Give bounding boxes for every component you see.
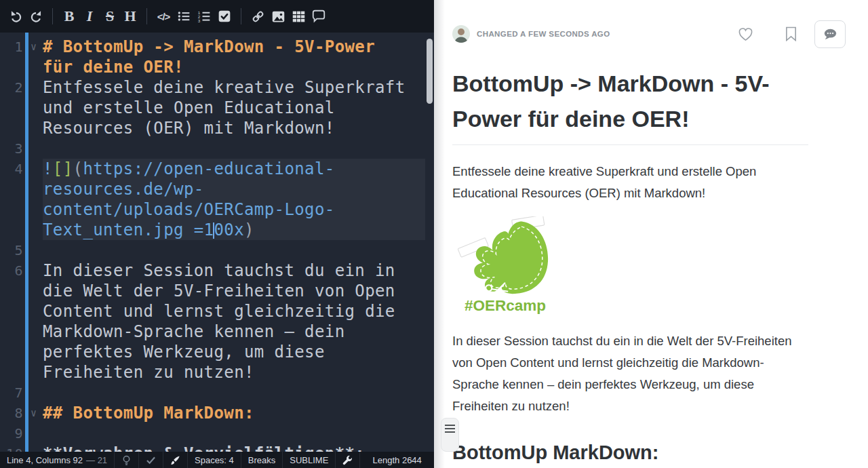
- code-row[interactable]: **Verwahren & Vervielfältigen**:: [43, 444, 425, 452]
- code-line[interactable]: 2Entfessele deine kreative Superkraftund…: [0, 77, 434, 138]
- code-row[interactable]: resources.de/wp-: [43, 179, 425, 199]
- fold-chevron-icon[interactable]: ∨: [31, 403, 37, 423]
- code-line[interactable]: 10**Verwahren & Vervielfältigen**:: [0, 444, 434, 452]
- code-row[interactable]: [43, 138, 425, 159]
- code-line[interactable]: 5: [0, 240, 434, 260]
- line-gutter: 1∨: [0, 37, 43, 77]
- code-row[interactable]: ![](https://open-educational-: [43, 159, 425, 179]
- preview-header: Changed a few seconds ago: [452, 24, 849, 43]
- code-token: und erstelle Open Educational: [43, 98, 335, 117]
- toc-toggle-button[interactable]: [441, 418, 459, 452]
- code-line[interactable]: 3: [0, 138, 434, 159]
- line-gutter: 5: [0, 240, 43, 260]
- length-status: Length 2644: [359, 452, 434, 468]
- code-row[interactable]: content/uploads/OERCamp-Logo-: [43, 199, 425, 220]
- cursor-position-status: Line 4, Columns 92 — 21: [0, 452, 114, 468]
- code-row[interactable]: In dieser Session tauchst du ein in: [43, 260, 425, 281]
- heading-button[interactable]: H: [120, 5, 140, 28]
- line-gutter: 10: [0, 444, 43, 452]
- toolbar-separator: [52, 8, 53, 24]
- line-number: 2: [0, 77, 23, 98]
- bold-button[interactable]: B: [59, 5, 79, 28]
- code-row[interactable]: für deine OER!: [43, 57, 425, 77]
- author-avatar[interactable]: [452, 25, 470, 43]
- bookmark-icon[interactable]: [785, 26, 797, 41]
- code-row[interactable]: Resources (OER) mit Markdown!: [43, 118, 425, 138]
- code-row[interactable]: Entfessele deine kreative Superkraft: [43, 77, 425, 98]
- code-row[interactable]: Freiheiten zu nutzen!: [43, 362, 425, 383]
- code-token: **Verwahren & Vervielfältigen**:: [43, 444, 365, 452]
- author-color-bar: [25, 33, 28, 452]
- ordered-list-button[interactable]: 123: [194, 5, 214, 28]
- code-token: []: [53, 159, 73, 178]
- line-number: 5: [0, 240, 23, 260]
- unordered-list-button[interactable]: [174, 5, 194, 28]
- theme-brush-icon[interactable]: [163, 452, 187, 468]
- undo-button[interactable]: [5, 5, 26, 28]
- code-row[interactable]: # BottomUp -> MarkDown - 5V-Power: [43, 37, 425, 57]
- checklist-button[interactable]: [214, 5, 235, 28]
- editor-scrollbar[interactable]: [427, 39, 433, 104]
- keymap-status[interactable]: SUBLIME: [282, 452, 335, 468]
- oercamp-logo-text: #OERcamp: [465, 297, 546, 314]
- editor-statusbar: Line 4, Columns 92 — 21 Spaces: 4 Breaks…: [0, 452, 434, 468]
- code-row[interactable]: Content und lernst gleichzeitig die: [43, 301, 425, 321]
- line-number: 9: [0, 423, 23, 444]
- code-token: ): [244, 220, 254, 239]
- code-token: Entfessele deine kreative Superkraft: [43, 78, 406, 97]
- code-row[interactable]: perfektes Werkzeug, um diese: [43, 342, 425, 362]
- code-token: Text_unten.jpg =1: [43, 220, 214, 239]
- code-row[interactable]: [43, 383, 425, 403]
- code-line[interactable]: 8∨## BottomUp MarkDown:: [0, 403, 434, 423]
- editor-pane: B I S H </> 123: [0, 0, 434, 468]
- italic-button[interactable]: I: [79, 5, 100, 28]
- code-row[interactable]: die Welt der 5V-Freiheiten von Open: [43, 281, 425, 301]
- code-token: ## BottomUp MarkDown:: [43, 404, 254, 423]
- line-number: 1: [0, 37, 23, 57]
- preview-paragraph-session: In dieser Session tauchst du ein in die …: [452, 330, 795, 417]
- settings-wrench-icon[interactable]: [335, 452, 359, 468]
- line-gutter: 8∨: [0, 403, 43, 423]
- code-row[interactable]: Text_unten.jpg =100x): [43, 220, 425, 240]
- preview-title: BottomUp -> MarkDown - 5V-Power für dein…: [452, 66, 808, 145]
- code-line[interactable]: 7: [0, 383, 434, 403]
- code-line[interactable]: 6In dieser Session tauchst du ein indie …: [0, 260, 434, 383]
- code-token: Markdown-Sprache kennen – dein: [43, 322, 344, 341]
- redo-button[interactable]: [26, 5, 46, 28]
- code-row[interactable]: und erstelle Open Educational: [43, 98, 425, 118]
- fold-chevron-icon[interactable]: ∨: [31, 37, 37, 57]
- markdown-editor-app: B I S H </> 123: [0, 0, 868, 468]
- strikethrough-button[interactable]: S: [100, 5, 120, 28]
- code-line[interactable]: 9: [0, 423, 434, 444]
- link-button[interactable]: [248, 5, 268, 28]
- comment-button[interactable]: [309, 5, 329, 28]
- breaks-status[interactable]: Breaks: [241, 452, 282, 468]
- code-line[interactable]: 1∨# BottomUp -> MarkDown - 5V-Powerfür d…: [0, 37, 434, 77]
- code-editor[interactable]: 1∨# BottomUp -> MarkDown - 5V-Powerfür d…: [0, 33, 434, 452]
- line-number: 3: [0, 138, 23, 159]
- code-row[interactable]: [43, 240, 425, 260]
- code-row[interactable]: ## BottomUp MarkDown:: [43, 403, 425, 423]
- like-heart-icon[interactable]: [738, 27, 753, 41]
- code-line[interactable]: 4![](https://open-educational-resources.…: [0, 159, 434, 240]
- open-comments-button[interactable]: [814, 20, 846, 48]
- code-token: # BottomUp -> MarkDown - 5V-Power: [43, 37, 375, 56]
- preview-paragraph-intro: Entfessele deine kreative Superkraft und…: [452, 161, 795, 204]
- code-token: !: [43, 159, 53, 178]
- toolbar-separator: [146, 8, 147, 24]
- code-token: In dieser Session tauchst du ein in: [43, 261, 395, 280]
- code-row[interactable]: [43, 423, 425, 444]
- spellcheck-icon[interactable]: [138, 452, 163, 468]
- image-button[interactable]: [268, 5, 288, 28]
- code-row[interactable]: Markdown-Sprache kennen – dein: [43, 321, 425, 342]
- code-token: perfektes Werkzeug, um diese: [43, 343, 325, 362]
- spaces-status[interactable]: Spaces: 4: [187, 452, 241, 468]
- code-button[interactable]: </>: [153, 5, 174, 28]
- lightbulb-icon[interactable]: [114, 452, 138, 468]
- code-token: content/uploads/OERCamp-Logo-: [43, 200, 335, 219]
- line-gutter: 3: [0, 138, 43, 159]
- line-gutter: 2: [0, 77, 43, 138]
- code-token: die Welt der 5V-Freiheiten von Open: [43, 281, 395, 300]
- table-button[interactable]: [288, 5, 309, 28]
- line-number: 10: [0, 444, 23, 452]
